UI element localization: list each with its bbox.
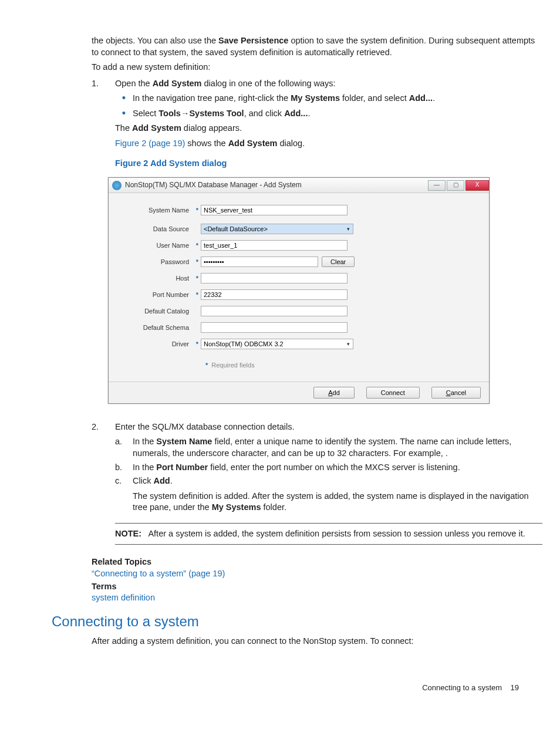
dialog-titlebar[interactable]: NonStop(TM) SQL/MX Database Manager - Ad… bbox=[109, 178, 489, 193]
terms-heading: Terms bbox=[92, 581, 542, 593]
substep-a: a. In the System Name field, enter a uni… bbox=[115, 436, 542, 459]
step-1: 1. Open the Add System dialog in one of … bbox=[92, 78, 542, 174]
catalog-input[interactable] bbox=[201, 306, 348, 316]
related-link[interactable]: “Connecting to a system” (page 19) bbox=[92, 568, 542, 580]
section-intro: After adding a system definition, you ca… bbox=[92, 636, 542, 647]
bullet-icon: • bbox=[115, 93, 133, 104]
page-footer: Connecting to a system 19 bbox=[0, 683, 560, 693]
data-source-select[interactable]: ▾ bbox=[201, 224, 353, 234]
schema-input[interactable] bbox=[201, 322, 348, 333]
clear-button[interactable]: Clear bbox=[322, 256, 355, 267]
user-name-label: User Name bbox=[126, 241, 194, 250]
terms-link[interactable]: system definition bbox=[92, 592, 542, 604]
dialog-title: NonStop(TM) SQL/MX Database Manager - Ad… bbox=[125, 180, 428, 190]
intro-paragraph-1: the objects. You can also use the Save P… bbox=[92, 35, 542, 58]
related-topics-heading: Related Topics bbox=[92, 556, 542, 568]
required-note: *Required fields bbox=[205, 355, 471, 376]
chevron-down-icon: ▾ bbox=[344, 340, 352, 348]
port-label: Port Number bbox=[126, 291, 194, 299]
driver-label: Driver bbox=[126, 340, 194, 349]
data-source-label: Data Source bbox=[126, 225, 194, 234]
user-name-input[interactable] bbox=[201, 240, 348, 251]
minimize-button[interactable]: — bbox=[428, 180, 446, 191]
section-heading: Connecting to a system bbox=[0, 612, 560, 631]
catalog-label: Default Catalog bbox=[126, 307, 194, 316]
hp-logo-icon bbox=[112, 181, 122, 190]
schema-label: Default Schema bbox=[126, 323, 194, 332]
note-block: NOTE: After a system is added, the syste… bbox=[115, 523, 542, 545]
substep-c: c. Click Add. The system definition is a… bbox=[115, 475, 542, 517]
add-system-dialog: NonStop(TM) SQL/MX Database Manager - Ad… bbox=[108, 177, 490, 404]
bullet-2: • Select Tools→Systems Tool, and click A… bbox=[115, 108, 542, 120]
figure-caption: Figure 2 Add System dialog bbox=[115, 158, 542, 170]
cancel-button[interactable]: Cancel bbox=[431, 387, 481, 399]
close-button[interactable]: X bbox=[465, 180, 489, 191]
figure-ref-link[interactable]: Figure 2 (page 19) bbox=[115, 139, 185, 148]
host-input[interactable] bbox=[201, 273, 348, 283]
host-label: Host bbox=[126, 274, 194, 283]
port-input[interactable] bbox=[201, 289, 348, 300]
connect-button[interactable]: Connect bbox=[366, 387, 420, 399]
system-name-input[interactable] bbox=[201, 205, 348, 215]
bullet-1: • In the navigation tree pane, right-cli… bbox=[115, 93, 542, 104]
maximize-button[interactable]: ▢ bbox=[447, 180, 464, 191]
step-2: 2. Enter the SQL/MX database connection … bbox=[92, 421, 542, 553]
password-input[interactable] bbox=[201, 256, 318, 267]
chevron-down-icon: ▾ bbox=[344, 225, 352, 233]
bullet-icon: • bbox=[115, 108, 133, 120]
driver-select[interactable]: ▾ bbox=[201, 339, 353, 349]
add-button[interactable]: Add bbox=[313, 387, 355, 399]
substep-b: b. In the Port Number field, enter the p… bbox=[115, 462, 542, 474]
system-name-label: System Name bbox=[126, 206, 194, 215]
password-label: Password bbox=[126, 258, 194, 266]
intro-paragraph-2: To add a new system definition: bbox=[92, 62, 542, 73]
